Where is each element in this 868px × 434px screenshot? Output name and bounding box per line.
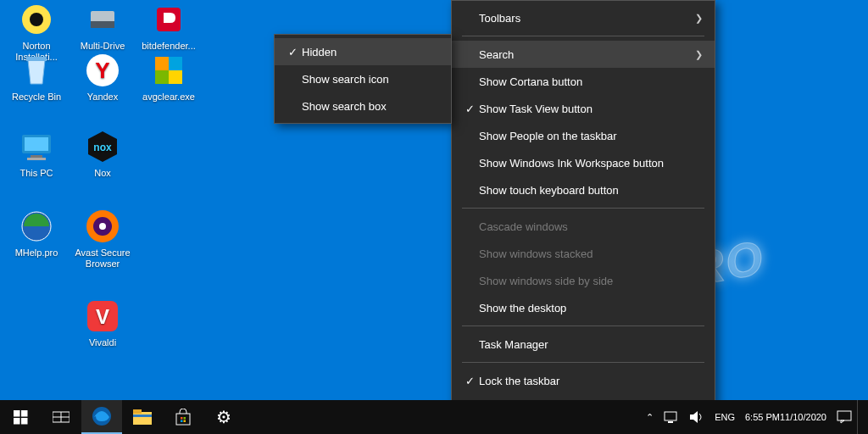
menu-item-side-by-side: Show windows side by side — [452, 267, 715, 294]
edge-icon — [92, 406, 112, 426]
menu-label: Show search icon — [302, 73, 439, 86]
start-button[interactable] — [0, 400, 41, 434]
menu-separator — [462, 36, 704, 36]
svg-text:V: V — [96, 305, 109, 328]
taskbar-app-explorer[interactable] — [122, 400, 163, 434]
task-view-button[interactable] — [41, 400, 81, 434]
menu-item-cascade: Cascade windows — [452, 213, 715, 240]
taskbar-app-edge[interactable] — [81, 400, 122, 434]
clock-date: 11/10/2020 — [780, 412, 826, 423]
desktop-icon-recycle-bin[interactable]: Recycle Bin — [5, 53, 68, 103]
menu-item-task-manager[interactable]: Task Manager — [452, 331, 715, 358]
menu-separator — [462, 362, 704, 363]
windows-icon — [14, 410, 28, 425]
desktop-icon-bitdefender[interactable]: bitdefender... — [137, 2, 200, 52]
svg-rect-44 — [837, 411, 851, 420]
menu-label: Cascade windows — [479, 220, 703, 233]
icon-label: Nox — [71, 168, 134, 179]
tray-overflow[interactable]: ⌃ — [641, 400, 659, 434]
submenu-item-hidden[interactable]: ✓ Hidden — [275, 38, 451, 65]
svg-rect-14 — [31, 155, 42, 158]
taskbar-app-store[interactable] — [163, 400, 203, 434]
svg-rect-38 — [184, 417, 186, 420]
menu-label: Show People on the taskbar — [479, 130, 703, 142]
svg-rect-27 — [14, 418, 20, 425]
submenu-item-show-box[interactable]: Show search box — [275, 92, 451, 120]
desktop-icon-this-pc[interactable]: This PC — [5, 129, 68, 179]
submenu-item-show-icon[interactable]: Show search icon — [275, 65, 451, 92]
search-submenu: ✓ Hidden Show search icon Show search bo… — [274, 34, 452, 124]
svg-rect-26 — [21, 410, 28, 417]
menu-item-show-desktop[interactable]: Show the desktop — [452, 294, 715, 321]
desktop-icon-vivaldi[interactable]: V Vivaldi — [71, 298, 134, 348]
folder-icon — [133, 409, 152, 425]
check-icon: ✓ — [460, 103, 479, 115]
menu-item-touch-keyboard[interactable]: Show touch keyboard button — [452, 176, 715, 203]
tray-action-center[interactable] — [832, 400, 857, 434]
menu-label: Toolbars — [479, 12, 691, 25]
app-icon — [19, 2, 54, 37]
chevron-right-icon: ❯ — [691, 13, 703, 24]
taskbar-context-menu: Toolbars ❯ Search ❯ Show Cortana button … — [451, 0, 715, 426]
nox-icon: nox — [85, 129, 120, 164]
desktop-icon-mhelp[interactable]: MHelp.pro — [5, 209, 68, 259]
menu-item-cortana[interactable]: Show Cortana button — [452, 68, 715, 95]
svg-rect-35 — [133, 415, 152, 417]
taskbar-app-settings[interactable]: ⚙ — [203, 400, 244, 434]
tray-language[interactable]: ENG — [709, 400, 740, 434]
menu-item-lock-taskbar[interactable]: ✓ Lock the taskbar — [452, 367, 715, 394]
avg-icon — [151, 53, 186, 88]
svg-rect-25 — [14, 410, 20, 417]
icon-label: Recycle Bin — [5, 92, 68, 103]
notification-icon — [837, 410, 852, 424]
svg-rect-42 — [668, 421, 673, 423]
svg-rect-33 — [133, 412, 152, 425]
menu-label: Show windows stacked — [479, 248, 703, 260]
chevron-right-icon: ❯ — [691, 49, 703, 60]
desktop-icon-avgclear[interactable]: avgclear.exe — [137, 53, 200, 103]
desktop-icon-avast[interactable]: Avast Secure Browser — [71, 209, 134, 270]
svg-text:nox: nox — [93, 142, 112, 153]
menu-label: Show touch keyboard button — [479, 184, 703, 197]
this-pc-icon — [19, 129, 54, 164]
icon-label: Vivaldi — [71, 337, 134, 348]
svg-rect-34 — [133, 409, 142, 414]
volume-icon — [689, 410, 704, 424]
store-icon — [175, 409, 192, 426]
menu-separator — [462, 208, 704, 209]
menu-item-ink[interactable]: Show Windows Ink Workspace button — [452, 149, 715, 176]
svg-rect-11 — [169, 70, 182, 84]
tray-volume[interactable] — [684, 400, 709, 434]
svg-rect-13 — [25, 137, 48, 151]
svg-rect-9 — [169, 57, 182, 70]
menu-item-toolbars[interactable]: Toolbars ❯ — [452, 4, 715, 31]
icon-label: bitdefender... — [137, 41, 200, 52]
gear-icon: ⚙ — [216, 407, 231, 427]
menu-label: Show Windows Ink Workspace button — [479, 157, 703, 170]
desktop-icon-yandex[interactable]: Y Yandex — [71, 53, 134, 103]
check-icon: ✓ — [460, 375, 479, 387]
icon-label: Avast Secure Browser — [71, 248, 134, 270]
menu-item-taskview[interactable]: ✓ Show Task View button — [452, 95, 715, 122]
menu-item-search[interactable]: Search ❯ — [452, 41, 715, 68]
icon-label: MHelp.pro — [5, 248, 68, 259]
vivaldi-icon: V — [85, 298, 120, 334]
desktop-icon-multidrive[interactable]: Multi-Drive — [71, 2, 134, 52]
desktop-icon-nox[interactable]: nox Nox — [71, 129, 134, 179]
icon-label: Multi-Drive — [71, 41, 134, 52]
menu-item-people[interactable]: Show People on the taskbar — [452, 122, 715, 149]
svg-rect-28 — [21, 418, 28, 425]
svg-point-22 — [99, 223, 106, 230]
recycle-bin-icon — [19, 53, 54, 88]
globe-icon — [19, 209, 54, 244]
icon-label: Yandex — [71, 92, 134, 103]
show-desktop-button[interactable] — [857, 400, 868, 434]
tray-network[interactable] — [659, 400, 684, 434]
menu-label: Show windows side by side — [479, 275, 703, 287]
svg-rect-39 — [181, 420, 183, 423]
drive-icon — [85, 2, 120, 37]
tray-clock[interactable]: 6:55 PM 11/10/2020 — [740, 400, 832, 434]
svg-rect-41 — [665, 412, 676, 420]
icon-label: This PC — [5, 168, 68, 179]
menu-label: Show the desktop — [479, 302, 703, 314]
